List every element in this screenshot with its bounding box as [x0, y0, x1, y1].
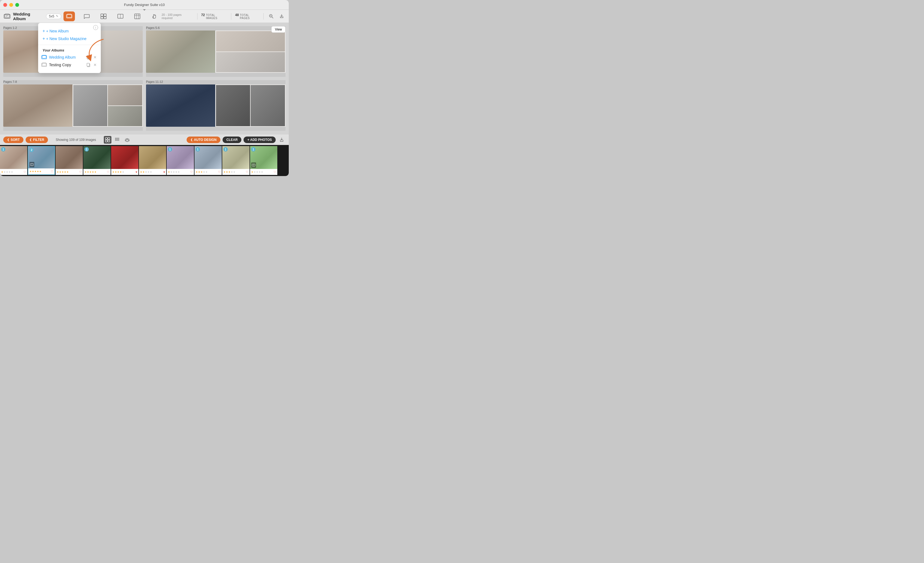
pages-required-text: 20 - 100 pages required — [162, 13, 193, 20]
total-pages-label: TOTAL PAGES — [240, 14, 260, 20]
wedding-album-copy-icon[interactable] — [86, 55, 91, 60]
spread-pages-11-12: Pages 11-12 — [146, 80, 285, 131]
strip-item-8[interactable]: 1 ★ ★ ★ ★ ★ ♡ — [195, 146, 222, 175]
strip-heart-9[interactable]: ♡ — [246, 170, 248, 174]
svg-rect-23 — [87, 56, 89, 59]
album-icon — [3, 13, 11, 20]
clear-button[interactable]: CLEAR — [222, 137, 242, 143]
svg-point-41 — [116, 140, 117, 141]
close-button[interactable] — [3, 3, 7, 7]
info-button[interactable]: i — [93, 25, 98, 30]
strip-heart-5[interactable]: ♥ — [135, 170, 137, 174]
testing-copy-copy-icon[interactable] — [86, 62, 91, 67]
strip-photo-4: 1 — [83, 146, 111, 169]
strip-stars-4: ★ ★ ★ ★ ★ — [84, 171, 96, 173]
strip-item-6[interactable]: ★ ★ ★ ★ ★ ♥ — [139, 146, 166, 175]
wedding-album-icon — [41, 55, 47, 59]
spread-label-11-12: Pages 11-12 — [146, 80, 285, 83]
strip-item-1[interactable]: 1 ★ ★ ★ ★ ★ ♡ — [0, 146, 27, 175]
book-tool-button[interactable] — [115, 12, 126, 20]
size-badge[interactable]: 5x5 ✎ — [46, 14, 61, 19]
strip-heart-4[interactable]: ♡ — [107, 170, 110, 174]
table-tool-button[interactable] — [132, 12, 142, 20]
auto-design-button[interactable]: ❮ AUTO DESIGN — [187, 137, 220, 143]
strip-heart-3[interactable]: ♡ — [79, 170, 82, 174]
filter-button[interactable]: ❮ FILTER — [26, 137, 48, 143]
strip-photo-3 — [56, 146, 83, 169]
grid-tool-button[interactable] — [98, 12, 109, 20]
title-dropdown-arrow — [143, 9, 146, 11]
strip-heart-1[interactable]: ♡ — [23, 170, 26, 174]
main-toolbar: Wedding Album 5x5 ✎ — [0, 10, 289, 23]
strip-item-2[interactable]: 2 ★ ★ ★ ★ ★ ♡ — [28, 146, 55, 175]
layer-view-button[interactable] — [123, 136, 131, 144]
sort-button[interactable]: ❮ SORT — [3, 137, 23, 143]
strip-heart-7[interactable]: ♡ — [190, 170, 193, 174]
mosaic-view-button[interactable] — [114, 136, 121, 144]
spread-pages-7-8: Pages 7-8 — [3, 80, 143, 131]
total-images-label: TOTAL IMAGES — [206, 14, 227, 20]
strip-photo-10: 1 — [250, 146, 277, 169]
total-images-stat: 72 TOTAL IMAGES — [201, 13, 228, 20]
strip-photo-1: 1 — [0, 146, 27, 169]
album-tool-button[interactable] — [63, 12, 75, 21]
svg-point-40 — [115, 140, 116, 141]
strip-item-7[interactable]: 1 ★ ★ ★ ★ ★ ♡ — [167, 146, 194, 175]
minimize-button[interactable] — [9, 3, 13, 7]
strip-footer-9: ★ ★ ★ ★ ★ ♡ — [222, 169, 249, 175]
add-photos-button[interactable]: + ADD PHOTOS — [243, 137, 276, 143]
svg-point-43 — [118, 140, 119, 141]
svg-rect-21 — [42, 55, 46, 58]
testing-copy-close-icon[interactable]: ✕ — [93, 62, 98, 67]
new-album-item[interactable]: + + New Album — [38, 27, 101, 35]
spread-container-11-12[interactable] — [146, 84, 285, 127]
new-magazine-label: + New Studio Magazine — [46, 36, 86, 41]
share-button[interactable] — [278, 136, 285, 144]
spread-label-7-8: Pages 7-8 — [3, 80, 143, 83]
strip-item-4[interactable]: 1 ★ ★ ★ ★ ★ ♡ — [83, 146, 111, 175]
svg-point-32 — [115, 138, 116, 138]
comment-tool-button[interactable] — [81, 12, 92, 20]
testing-copy-icon — [41, 63, 47, 67]
svg-point-39 — [118, 139, 119, 140]
zoom-button[interactable] — [267, 12, 275, 20]
wedding-album-close-icon[interactable]: ✕ — [93, 55, 98, 60]
strip-stars-2: ★ ★ ★ ★ ★ — [29, 170, 41, 173]
strip-item-10[interactable]: 1 ★ ★ ★ ★ ★ ♡ — [250, 146, 277, 175]
strip-item-3[interactable]: ★ ★ ★ ★ ★ ♡ — [56, 146, 83, 175]
strip-heart-10[interactable]: ♡ — [273, 170, 276, 174]
strip-stars-8: ★ ★ ★ ★ ★ — [196, 171, 208, 173]
new-magazine-plus-icon: + — [42, 36, 45, 41]
hand-tool-button[interactable] — [149, 12, 159, 20]
spread-container-5-6[interactable] — [146, 30, 285, 73]
album-item-testing[interactable]: Testing Copy ✕ — [38, 61, 101, 69]
testing-copy-name: Testing Copy — [49, 63, 84, 67]
separator-3 — [263, 13, 264, 20]
strip-heart-8[interactable]: ♡ — [218, 170, 220, 174]
strip-footer-6: ★ ★ ★ ★ ★ ♥ — [139, 169, 166, 175]
svg-rect-28 — [105, 138, 107, 140]
spread-container-7-8[interactable] — [3, 84, 143, 127]
strip-book-badge-2 — [29, 162, 34, 167]
strip-badge-8: 1 — [196, 147, 200, 152]
showing-text: Showing 109 of 109 images — [50, 138, 101, 142]
export-button[interactable] — [278, 12, 285, 20]
total-pages-stat: 48 TOTAL PAGES — [235, 13, 260, 20]
grid-view-button[interactable] — [104, 136, 111, 144]
strip-item-5[interactable]: ★ ★ ★ ★ ★ ♥ — [111, 146, 138, 175]
strip-stars-6: ★ ★ ★ ★ ★ — [140, 171, 152, 173]
album-item-wedding[interactable]: Wedding Album ✕ — [38, 53, 101, 61]
photo-strip: 1 ★ ★ ★ ★ ★ ♡ 2 — [0, 145, 289, 176]
view-button[interactable]: View — [272, 26, 285, 33]
svg-rect-30 — [105, 140, 107, 142]
strip-item-9[interactable]: 1 ★ ★ ★ ★ ★ ♡ — [222, 146, 249, 175]
strip-stars-5: ★ ★ ★ ★ ★ — [112, 171, 124, 173]
new-magazine-item[interactable]: + + New Studio Magazine — [38, 35, 101, 42]
maximize-button[interactable] — [15, 3, 19, 7]
toolbar-right-section: 20 - 100 pages required 72 TOTAL IMAGES … — [162, 12, 285, 20]
strip-heart-6[interactable]: ♥ — [163, 170, 165, 174]
spread-left-5 — [146, 30, 215, 73]
svg-point-33 — [116, 138, 117, 138]
dropdown-panel[interactable]: i + + New Album + + New Studio Magazine … — [38, 23, 101, 73]
strip-heart-2[interactable]: ♡ — [51, 170, 53, 173]
